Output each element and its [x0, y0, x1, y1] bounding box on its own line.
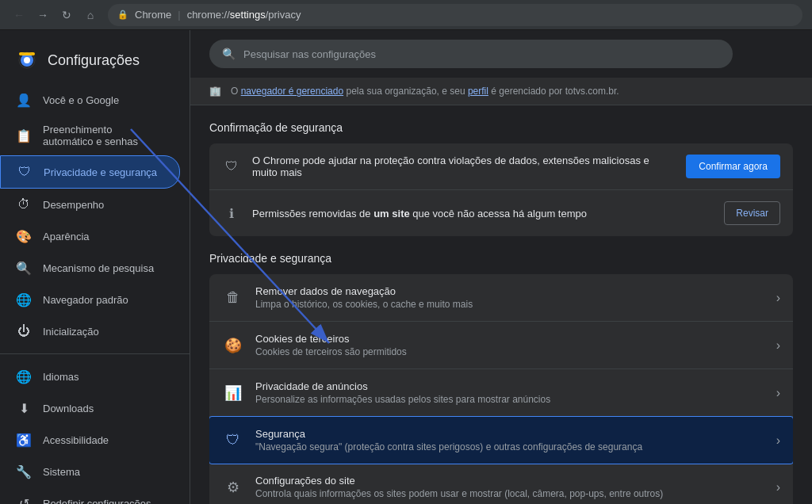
priv-title-cookies: Cookies de terceiros — [255, 333, 765, 345]
address-url: chrome://settings/privacy — [187, 9, 301, 21]
sidebar-item-acessibilidade[interactable]: ♿ Acessibilidade — [0, 424, 180, 456]
priv-title-site-config: Configurações do site — [255, 475, 765, 487]
search-container: 🔍 — [190, 30, 812, 78]
sidebar-label-mecanismo: Mecanismo de pesquisa — [43, 262, 154, 274]
sidebar-label-navegador: Navegador padrão — [43, 294, 128, 306]
sidebar-item-aparencia[interactable]: 🎨 Aparência — [0, 220, 180, 252]
sidebar-label-sistema: Sistema — [43, 466, 80, 478]
priv-sub-cookies: Cookies de terceiros são permitidos — [255, 346, 765, 357]
sidebar-label-redefinir: Redefinir configurações — [43, 498, 151, 505]
sidebar-label-inicializacao: Inicialização — [43, 326, 99, 338]
security-shield-icon: 🛡 — [222, 430, 244, 452]
cookie-icon: 🍪 — [222, 334, 244, 357]
power-icon: ⏻ — [16, 323, 32, 339]
chevron-right-icon-anuncios: › — [776, 386, 780, 400]
wrench-icon: 🔧 — [16, 464, 32, 479]
priv-content-site-config: Configurações do site Controla quais inf… — [255, 475, 765, 499]
search-bar[interactable]: 🔍 — [209, 40, 733, 68]
svg-point-1 — [24, 57, 30, 63]
priv-item-cookies[interactable]: 🍪 Cookies de terceiros Cookies de tercei… — [209, 322, 793, 369]
confirm-row-2: ℹ Permissões removidas de um site que vo… — [209, 190, 793, 236]
managed-building-icon: 🏢 — [209, 86, 221, 97]
sidebar-item-downloads[interactable]: ⬇ Downloads — [0, 392, 180, 424]
priv-title-remover: Remover dados de navegação — [255, 285, 765, 297]
sidebar-label-idiomas: Idiomas — [43, 371, 79, 383]
sidebar-item-mecanismo[interactable]: 🔍 Mecanismo de pesquisa — [0, 252, 180, 284]
managed-link-profile[interactable]: perfil — [468, 86, 488, 97]
address-bar[interactable]: 🔒 Chrome | chrome://settings/privacy — [108, 4, 802, 26]
priv-item-site-config[interactable]: ⚙ Configurações do site Controla quais i… — [209, 464, 793, 504]
sidebar-item-redefinir[interactable]: ↺ Redefinir configurações — [0, 487, 180, 504]
globe-icon: 🌐 — [16, 368, 32, 384]
secure-icon: 🔒 — [117, 10, 128, 20]
trash-icon: 🗑 — [222, 287, 244, 309]
search-magnifier-icon: 🔍 — [222, 48, 236, 60]
settings-sliders-icon: ⚙ — [222, 476, 244, 498]
sidebar-label-preenchimento: Preenchimento automático e senhas — [43, 124, 164, 147]
sidebar-item-desempenho[interactable]: ⏱ Desempenho — [0, 189, 180, 220]
sidebar-item-inicializacao[interactable]: ⏻ Inicialização — [0, 315, 180, 347]
browser-icon: 🌐 — [16, 292, 32, 307]
chevron-right-icon-seguranca: › — [776, 433, 780, 448]
sidebar-label-aparencia: Aparência — [43, 231, 90, 242]
sidebar-label-voce: Você e o Google — [43, 94, 119, 106]
forward-button[interactable]: → — [33, 6, 52, 25]
priv-title-anuncios: Privacidade de anúncios — [255, 380, 765, 392]
managed-link-browser[interactable]: navegador é gerenciado — [241, 86, 343, 97]
nav-buttons: ← → ↻ ⌂ — [10, 6, 100, 25]
priv-item-remover[interactable]: 🗑 Remover dados de navegação Limpa o his… — [209, 274, 793, 322]
address-site-label: Chrome — [135, 9, 171, 21]
chrome-logo-icon — [16, 49, 38, 71]
priv-content-anuncios: Privacidade de anúncios Personalize as i… — [255, 380, 765, 405]
priv-title-seguranca: Segurança — [255, 428, 765, 440]
person-icon: 👤 — [16, 92, 32, 108]
sidebar-item-sistema[interactable]: 🔧 Sistema — [0, 456, 180, 487]
confirm-row-1: 🛡 O Chrome pode ajudar na proteção contr… — [209, 143, 793, 190]
sidebar-item-idiomas[interactable]: 🌐 Idiomas — [0, 361, 180, 392]
info-confirm-icon: ℹ — [222, 204, 241, 223]
priv-sub-anuncios: Personalize as informações usadas pelos … — [255, 394, 765, 405]
chevron-right-icon-remover: › — [776, 291, 780, 305]
priv-item-anuncios[interactable]: 📊 Privacidade de anúncios Personalize as… — [209, 369, 793, 417]
privacy-section-title: Privacidade e segurança — [209, 252, 793, 265]
sidebar-label-downloads: Downloads — [43, 403, 94, 414]
sidebar-title: Configurações — [48, 52, 140, 69]
search-input[interactable] — [243, 48, 720, 60]
revisar-button[interactable]: Revisar — [724, 201, 780, 225]
sidebar-label-privacidade: Privacidade e segurança — [44, 166, 157, 178]
performance-icon: ⏱ — [16, 197, 32, 212]
priv-content-seguranca: Segurança "Navegação segura" (proteção c… — [255, 428, 765, 452]
security-confirmation-title: Confirmação de segurança — [209, 121, 793, 134]
search-icon: 🔍 — [16, 260, 32, 276]
confirm-now-button[interactable]: Confirmar agora — [686, 155, 780, 178]
sidebar-item-navegador[interactable]: 🌐 Navegador padrão — [0, 284, 180, 315]
shield-icon: 🛡 — [17, 164, 33, 180]
priv-sub-site-config: Controla quais informações os sites pode… — [255, 488, 765, 499]
managed-text-before: O — [231, 86, 238, 97]
priv-content-remover: Remover dados de navegação Limpa o histó… — [255, 285, 765, 310]
managed-banner: 🏢 O navegador é gerenciado pela sua orga… — [190, 78, 812, 105]
sidebar-divider-1 — [0, 353, 190, 354]
confirm-text-2: Permissões removidas de um site que você… — [252, 208, 713, 220]
reload-button[interactable]: ↻ — [57, 6, 76, 25]
chevron-right-icon-site-config: › — [776, 480, 780, 494]
sidebar-label-acessibilidade: Acessibilidade — [43, 434, 109, 446]
address-separator: | — [178, 9, 180, 21]
back-button[interactable]: ← — [10, 6, 29, 25]
download-icon: ⬇ — [16, 400, 32, 416]
privacy-list: 🗑 Remover dados de navegação Limpa o his… — [209, 274, 793, 504]
sidebar-item-voce[interactable]: 👤 Você e o Google — [0, 84, 180, 116]
content-inner: Confirmação de segurança 🛡 O Chrome pode… — [190, 105, 812, 504]
ads-icon: 📊 — [222, 382, 244, 404]
managed-text-middle: pela sua organização, e seu — [346, 86, 467, 97]
sidebar-item-privacidade[interactable]: 🛡 Privacidade e segurança — [0, 155, 180, 189]
home-button[interactable]: ⌂ — [81, 6, 100, 25]
content-area: 🔍 🏢 O navegador é gerenciado pela sua or… — [190, 30, 812, 504]
accessibility-icon: ♿ — [16, 432, 32, 448]
shield-confirm-icon: 🛡 — [222, 157, 241, 176]
priv-sub-remover: Limpa o histórico, os cookies, o cache e… — [255, 299, 765, 310]
priv-item-seguranca[interactable]: 🛡 Segurança "Navegação segura" (proteção… — [209, 416, 793, 464]
sidebar-item-preenchimento[interactable]: 📋 Preenchimento automático e senhas — [0, 116, 180, 155]
paint-icon: 🎨 — [16, 228, 32, 244]
managed-text-after: é gerenciado por totvs.com.br. — [491, 86, 619, 97]
